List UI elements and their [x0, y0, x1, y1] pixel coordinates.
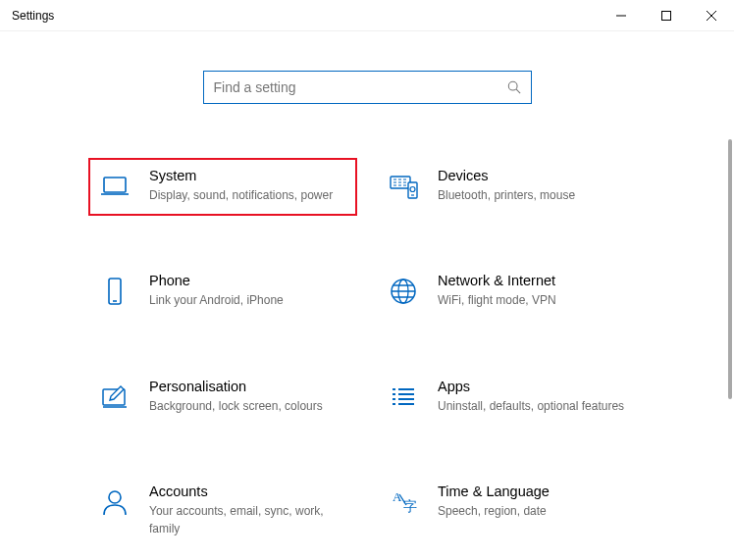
maximize-icon: [661, 11, 671, 21]
category-phone[interactable]: Phone Link your Android, iPhone: [88, 263, 357, 321]
categories-grid: System Display, sound, notifications, po…: [88, 158, 646, 549]
svg-rect-2: [104, 178, 126, 192]
category-apps[interactable]: Apps Uninstall, defaults, optional featu…: [377, 369, 646, 427]
category-desc: Bluetooth, printers, mouse: [438, 187, 636, 204]
category-desc: Link your Android, iPhone: [149, 292, 347, 309]
minimize-button[interactable]: [599, 0, 644, 31]
svg-rect-6: [109, 279, 121, 304]
category-title: Phone: [149, 273, 347, 288]
devices-icon: [387, 170, 420, 203]
close-icon: [707, 11, 716, 21]
time-language-icon: A字: [387, 485, 420, 519]
category-title: Time & Language: [438, 484, 636, 499]
maximize-button[interactable]: [644, 0, 689, 31]
svg-text:字: 字: [403, 499, 417, 514]
category-time-language[interactable]: A字 Time & Language Speech, region, date: [377, 474, 646, 549]
category-title: Devices: [438, 168, 636, 183]
category-accounts[interactable]: Accounts Your accounts, email, sync, wor…: [88, 474, 357, 549]
svg-point-10: [109, 491, 121, 503]
category-desc: Your accounts, email, sync, work, family: [149, 503, 347, 537]
category-title: Accounts: [149, 484, 347, 499]
category-personalisation[interactable]: Personalisation Background, lock screen,…: [88, 369, 357, 427]
search-row: [88, 71, 646, 104]
category-system[interactable]: System Display, sound, notifications, po…: [88, 158, 357, 216]
svg-rect-0: [662, 12, 671, 21]
accounts-icon: [98, 485, 131, 519]
category-title: Network & Internet: [438, 273, 636, 288]
svg-rect-4: [408, 182, 417, 198]
laptop-icon: [98, 170, 131, 203]
phone-icon: [98, 275, 131, 308]
titlebar: Settings: [0, 0, 734, 31]
category-devices[interactable]: Devices Bluetooth, printers, mouse: [377, 158, 646, 216]
scrollbar[interactable]: [726, 139, 732, 560]
minimize-icon: [616, 11, 626, 21]
search-input[interactable]: [214, 79, 507, 95]
category-desc: Background, lock screen, colours: [149, 398, 347, 415]
scrollbar-thumb[interactable]: [728, 139, 732, 399]
close-button[interactable]: [689, 0, 734, 31]
category-desc: Speech, region, date: [438, 503, 636, 520]
category-desc: Uninstall, defaults, optional features: [438, 398, 636, 415]
personalisation-icon: [98, 381, 131, 414]
category-desc: Display, sound, notifications, power: [149, 187, 347, 204]
category-title: System: [149, 168, 347, 183]
content-area: System Display, sound, notifications, po…: [0, 31, 734, 560]
window-controls: [599, 0, 734, 30]
category-network[interactable]: Network & Internet WiFi, flight mode, VP…: [377, 263, 646, 321]
category-title: Personalisation: [149, 379, 347, 394]
search-box[interactable]: [203, 71, 532, 104]
apps-icon: [387, 381, 420, 414]
search-icon: [507, 80, 521, 94]
window-title: Settings: [12, 9, 54, 23]
network-icon: [387, 275, 420, 308]
category-title: Apps: [438, 379, 636, 394]
svg-point-1: [508, 81, 517, 90]
category-desc: WiFi, flight mode, VPN: [438, 292, 636, 309]
